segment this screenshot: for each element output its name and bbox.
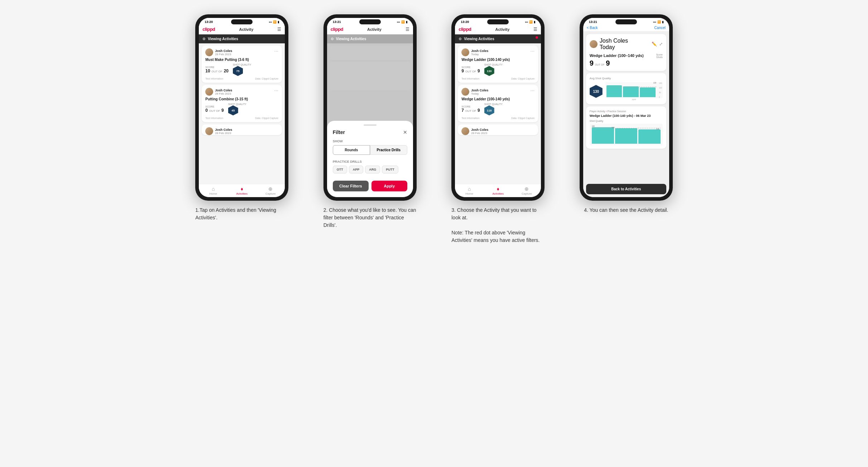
score-col-label: Score (656, 53, 662, 56)
activity-card-3c[interactable]: Josh Coles 28 Feb 2023 (458, 124, 538, 135)
score-label-1: Score (205, 66, 229, 68)
nav-capture-3[interactable]: ⊕ Capture (512, 186, 541, 195)
drill-title-4: Wedge Ladder (100–140 yds) (590, 53, 656, 58)
back-to-activities-button[interactable]: Back to Activities (586, 184, 666, 194)
battery-icon-3: ▮ (534, 20, 535, 24)
user-name-2: Josh Coles (215, 89, 232, 92)
card-title-2: Putting Combine (3-15 ft) (205, 97, 278, 101)
cancel-button[interactable]: Cancel (654, 26, 666, 30)
chart2-bar-1 (592, 127, 614, 144)
shots-value-2: 9 (221, 108, 224, 113)
expand-icon[interactable]: ⤢ (659, 42, 663, 47)
user-row-3c: Josh Coles 28 Feb 2023 (461, 127, 488, 135)
avatar-2 (205, 88, 213, 96)
home-icon-3: ⌂ (468, 186, 471, 192)
activity-card-3a[interactable]: Josh Coles Today ··· Wedge Ladder (100-1… (458, 46, 538, 83)
status-bar-1: 13:20 ▪▪▪ 🛜 ▮ (199, 18, 285, 24)
activity-card-2[interactable]: Josh Coles 28 Feb 2023 ··· Putting Combi… (202, 85, 282, 122)
stat-group-score-2: Score 0 OUT OF 9 (205, 105, 224, 113)
card-title-3b: Wedge Ladder (100-140 yds) (461, 97, 534, 101)
status-icons-2: ▪▪▪ 🛜 ▮ (397, 20, 407, 24)
viewing-banner-text-2: Viewing Activities (336, 37, 366, 41)
detail-avatar (590, 40, 598, 48)
activity-card-3[interactable]: Josh Coles 28 Feb 2023 (202, 124, 282, 135)
app-title-3: Activity (495, 27, 510, 32)
viewing-banner-text-1: Viewing Activities (208, 37, 238, 41)
hamburger-icon-3[interactable]: ☰ (533, 27, 537, 32)
detail-header-bar: < Back Cancel (583, 24, 669, 31)
red-dot-3 (536, 36, 538, 39)
user-info-3: Josh Coles 28 Feb 2023 (215, 128, 232, 135)
app-nav-2: clippd Activity ☰ (327, 24, 413, 34)
session-title: Wedge Ladder (100-140 yds) - 06 Mar 23 (590, 114, 663, 118)
app-title-2: Activity (367, 27, 382, 32)
user-date-3a: Today (471, 53, 488, 56)
nav-activities-1[interactable]: ♦ Activities (227, 186, 256, 195)
card-title-1: Must Make Putting (3-6 ft) (205, 58, 278, 62)
drill-tag-ott[interactable]: OTT (333, 166, 347, 173)
viewing-banner-2[interactable]: ⚙ Viewing Activities (327, 34, 413, 43)
home-icon-1: ⌂ (212, 186, 215, 192)
drill-tag-putt[interactable]: PUTT (382, 166, 398, 173)
activity-card-1[interactable]: Josh Coles 28 Feb 2023 ··· Must Make Put… (202, 46, 282, 83)
signal-icon-2: ▪▪▪ (397, 20, 400, 24)
shots-value-3b: 9 (478, 108, 480, 113)
phone-screen-3: 13:20 ▪▪▪ 🛜 ▮ clippd Activity ☰ ⚙ (455, 18, 541, 197)
user-date-3b: Today (471, 92, 488, 95)
app-title-1: Activity (239, 27, 254, 32)
y-label-0: 0 (659, 96, 662, 98)
signal-icon-3: ▪▪▪ (525, 20, 528, 24)
dashed-line (606, 87, 656, 87)
apply-button[interactable]: Apply (371, 181, 407, 191)
wifi-icon-4: 🛜 (657, 20, 661, 24)
phone-section-2: 13:21 ▪▪▪ 🛜 ▮ clippd Activity ☰ ⚙ (311, 14, 429, 229)
viewing-banner-1[interactable]: ⚙ Viewing Activities (199, 34, 285, 43)
nav-home-1[interactable]: ⌂ Home (199, 186, 227, 195)
shots-big: 9 (606, 59, 610, 67)
clear-filters-button[interactable]: Clear Filters (333, 181, 369, 191)
hamburger-icon-1[interactable]: ☰ (277, 27, 281, 32)
user-row-3: Josh Coles 28 Feb 2023 (205, 127, 232, 135)
back-button[interactable]: < Back (587, 26, 598, 30)
y-label-50: 50 (659, 91, 662, 94)
time-3: 13:20 (461, 20, 469, 24)
edit-icon[interactable]: ✏️ (652, 42, 657, 47)
hamburger-icon-2[interactable]: ☰ (406, 27, 409, 32)
quality-badge-1: 75 (233, 66, 243, 76)
phone-frame-3: 13:20 ▪▪▪ 🛜 ▮ clippd Activity ☰ ⚙ (451, 14, 545, 201)
filter-modal-overlay: Filter ✕ Show Rounds Practice Drills Pra… (327, 43, 413, 197)
drill-detail-row: Wedge Ladder (100–140 yds) Score Shots (590, 53, 663, 58)
chart2-bar-3 (638, 129, 661, 144)
notch-4 (615, 19, 637, 24)
score-label-3a: Score (461, 66, 480, 68)
filter-actions: Clear Filters Apply (333, 181, 407, 191)
status-icons-4: ▪▪▪ 🛜 ▮ (653, 20, 663, 24)
practice-toggle[interactable]: Practice Drills (370, 145, 407, 155)
dots-menu-1[interactable]: ··· (274, 48, 279, 53)
drill-tag-arg[interactable]: ARG (365, 166, 380, 173)
nav-activities-3[interactable]: ♦ Activities (484, 186, 512, 195)
bar-1 (606, 85, 622, 97)
avatar-3c (461, 127, 469, 135)
dots-menu-3a[interactable]: ··· (531, 48, 535, 53)
battery-icon-2: ▮ (406, 20, 407, 24)
close-button[interactable]: ✕ (403, 129, 407, 135)
nav-capture-1[interactable]: ⊕ Capture (256, 186, 285, 195)
viewing-banner-3[interactable]: ⚙ Viewing Activities (455, 34, 541, 43)
rounds-toggle[interactable]: Rounds (333, 145, 370, 155)
drill-tag-app[interactable]: APP (349, 166, 364, 173)
toggle-group: Rounds Practice Drills (333, 145, 407, 155)
x-label: APP (605, 99, 663, 101)
dots-menu-3b[interactable]: ··· (531, 88, 535, 93)
nav-home-3[interactable]: ⌂ Home (455, 186, 484, 195)
user-date-3c: 28 Feb 2023 (471, 132, 488, 135)
notch-3 (487, 19, 509, 24)
filter-icon-1: ⚙ (202, 37, 206, 41)
activity-card-3b[interactable]: Josh Coles Today ··· Wedge Ladder (100-1… (458, 85, 538, 122)
score-block: Score Shots (656, 53, 662, 58)
activities-icon-1: ♦ (241, 186, 243, 192)
y-label-100: 100 (659, 87, 662, 89)
dots-menu-2[interactable]: ··· (274, 88, 279, 93)
avatar-3b (461, 88, 469, 96)
detail-user-date: Today (600, 44, 628, 51)
